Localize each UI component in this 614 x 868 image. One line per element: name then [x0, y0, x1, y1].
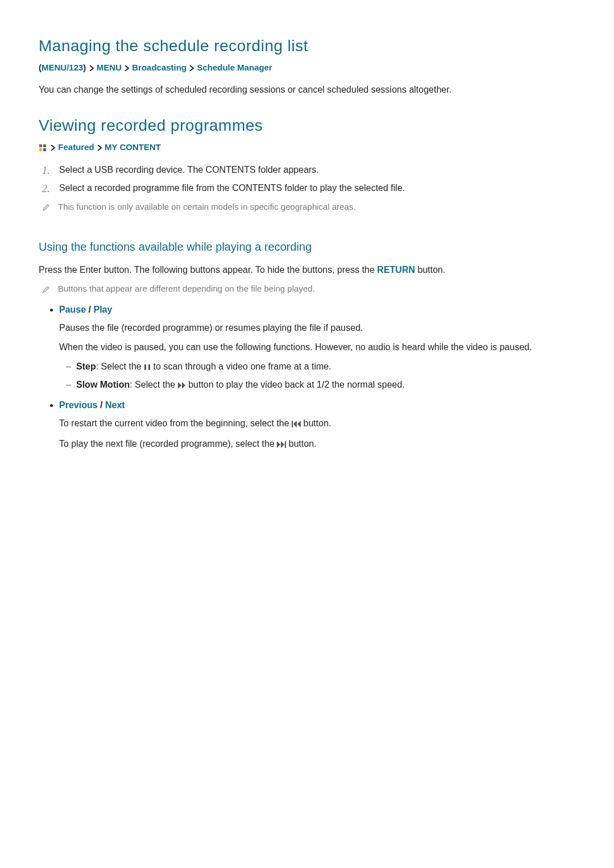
list-item-head: Pause / Play	[59, 303, 575, 317]
list-item-body: To play the next file (recorded programm…	[59, 437, 575, 452]
body-pre: To restart the current video from the be…	[59, 418, 292, 428]
breadcrumb-root: MENU/123	[42, 63, 83, 72]
list-item: Select a USB recording device. The CONTE…	[56, 163, 575, 177]
pause-icon	[144, 361, 151, 375]
sub-label: Slow Motion	[76, 380, 130, 389]
breadcrumb-item: Schedule Manager	[197, 63, 272, 72]
smart-hub-icon	[39, 143, 47, 156]
intro-text: button.	[415, 265, 445, 275]
list-item: Step: Select the to scan through a video…	[66, 360, 575, 375]
chevron-right-icon	[124, 62, 130, 75]
sub-label: Step	[76, 362, 96, 371]
breadcrumb-item: MENU	[97, 63, 122, 72]
list-item-body: Pauses the file (recorded programme) or …	[59, 321, 575, 335]
return-keyword: RETURN	[377, 265, 415, 275]
chevron-right-icon	[189, 62, 194, 75]
svg-rect-2	[39, 148, 42, 151]
breadcrumb: (MENU/123) MENU Broadcasting Schedule Ma…	[39, 61, 575, 75]
svg-rect-5	[148, 364, 150, 370]
section-title: Managing the schedule recording list	[39, 34, 575, 58]
breadcrumb-item: MY CONTENT	[105, 142, 161, 152]
body-pre: To play the next file (recorded programm…	[59, 439, 277, 448]
section-body: Press the Enter button. The following bu…	[39, 263, 575, 277]
list-item-body: To restart the current video from the be…	[59, 417, 575, 431]
svg-rect-1	[43, 144, 46, 147]
list-item: Slow Motion: Select the button to play t…	[66, 378, 575, 393]
sub-post: to scan through a video one frame at a t…	[151, 362, 331, 371]
note: This function is only available on certa…	[39, 201, 575, 215]
list-item-body: When the video is paused, you can use th…	[59, 340, 575, 354]
dash-list: Step: Select the to scan through a video…	[59, 360, 575, 393]
bullet-list: Pause / Play Pauses the file (recorded p…	[39, 303, 575, 452]
intro-text: Press the Enter button. The following bu…	[39, 265, 377, 275]
svg-rect-0	[39, 144, 42, 147]
fast-forward-icon	[178, 379, 186, 393]
sub-post: button to play the video back at 1/2 the…	[186, 380, 405, 389]
head-part: Next	[105, 400, 125, 410]
skip-next-icon	[277, 438, 286, 452]
head-part: Play	[93, 305, 112, 314]
skip-previous-icon	[292, 418, 301, 431]
note-text: Buttons that appear are different depend…	[58, 283, 315, 296]
chevron-right-icon	[89, 62, 94, 75]
svg-rect-3	[43, 148, 46, 151]
breadcrumb-item: Featured	[58, 142, 94, 152]
section-title: Viewing recorded programmes	[39, 114, 575, 138]
note-icon	[42, 202, 50, 215]
head-sep: /	[98, 400, 105, 410]
note: Buttons that appear are different depend…	[39, 283, 575, 297]
sub-section-title: Using the functions available while play…	[39, 238, 575, 255]
list-item: Select a recorded programme file from th…	[56, 181, 575, 195]
svg-rect-4	[144, 364, 146, 370]
breadcrumb-item: Broadcasting	[132, 63, 186, 72]
sub-pre: : Select the	[130, 380, 178, 389]
svg-rect-6	[292, 421, 293, 427]
paren-close: )	[83, 63, 86, 72]
list-item: Previous / Next To restart the current v…	[59, 398, 575, 452]
list-item: Pause / Play Pauses the file (recorded p…	[59, 303, 575, 393]
chevron-right-icon	[97, 142, 102, 155]
head-sep: /	[86, 305, 93, 314]
head-part: Pause	[59, 305, 86, 314]
section-body: You can change the settings of scheduled…	[39, 83, 575, 97]
ordered-list: Select a USB recording device. The CONTE…	[39, 163, 575, 195]
note-icon	[42, 284, 50, 297]
note-text: This function is only available on certa…	[58, 201, 356, 214]
body-post: button.	[301, 418, 331, 428]
head-part: Previous	[59, 400, 98, 410]
chevron-right-icon	[50, 142, 56, 155]
list-item-head: Previous / Next	[59, 398, 575, 412]
sub-pre: : Select the	[96, 362, 144, 371]
breadcrumb: Featured MY CONTENT	[39, 141, 575, 156]
body-post: button.	[286, 439, 316, 448]
